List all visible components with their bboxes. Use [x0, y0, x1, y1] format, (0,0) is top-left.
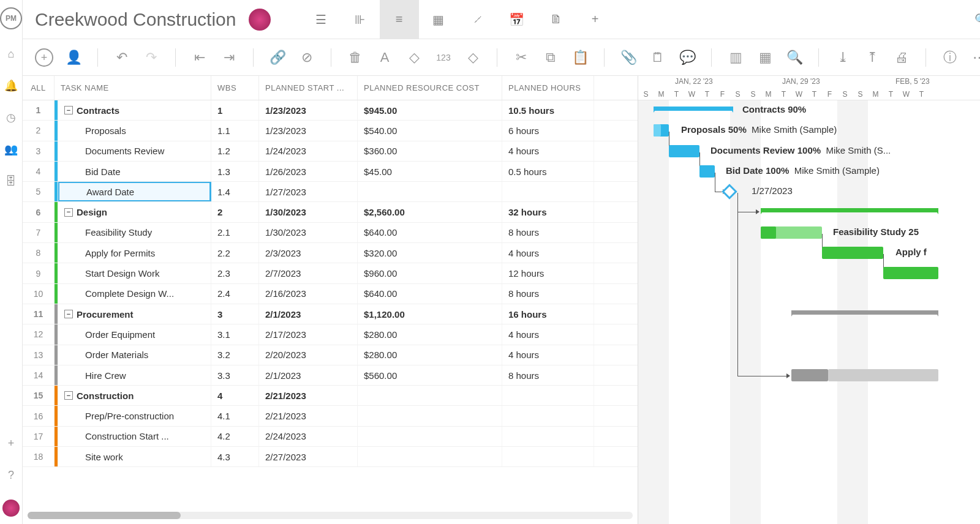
- expander-icon[interactable]: −: [64, 106, 73, 114]
- table-row[interactable]: 13 Order Materials 3.2 2/20/2023 $280.00…: [23, 345, 638, 365]
- people-icon[interactable]: 👥: [4, 142, 18, 157]
- task-name-cell[interactable]: Complete Design W...: [58, 284, 211, 304]
- start-cell[interactable]: 1/30/2023: [259, 202, 358, 222]
- wbs-cell[interactable]: 1.1: [211, 121, 259, 140]
- cost-cell[interactable]: $1,120.00: [358, 304, 502, 324]
- gantt-view-icon[interactable]: ≡: [380, 0, 419, 39]
- cost-cell[interactable]: $280.00: [358, 345, 502, 365]
- wbs-cell[interactable]: 2.4: [211, 284, 259, 304]
- home-icon[interactable]: ⌂: [4, 47, 18, 61]
- table-row[interactable]: 14 Hire Crew 3.3 2/1/2023 $560.00 8 hour…: [23, 365, 638, 386]
- columns-button[interactable]: ▥: [726, 48, 745, 67]
- start-cell[interactable]: 2/21/2023: [259, 406, 358, 425]
- wbs-cell[interactable]: 2.3: [211, 263, 259, 283]
- cost-cell[interactable]: $640.00: [358, 223, 502, 242]
- task-bar[interactable]: [699, 165, 715, 178]
- attach-button[interactable]: 📎: [619, 48, 638, 67]
- table-row[interactable]: 3 Documents Review 1.2 1/24/2023 $360.00…: [23, 141, 638, 162]
- table-row[interactable]: 15 − Construction 4 2/21/2023: [23, 386, 638, 406]
- task-name-cell[interactable]: Construction Start ...: [58, 427, 211, 446]
- redo-button[interactable]: ↷: [142, 48, 160, 67]
- wbs-cell[interactable]: 1.3: [211, 162, 259, 181]
- hours-cell[interactable]: 4 hours: [502, 141, 594, 161]
- table-row[interactable]: 8 Apply for Permits 2.2 2/3/2023 $320.00…: [23, 243, 638, 263]
- wbs-cell[interactable]: 2.2: [211, 243, 259, 263]
- hours-cell[interactable]: [502, 427, 594, 446]
- start-cell[interactable]: 1/30/2023: [259, 223, 358, 242]
- table-row[interactable]: 10 Complete Design W... 2.4 2/16/2023 $6…: [23, 284, 638, 304]
- task-name-cell[interactable]: Award Date: [58, 182, 211, 201]
- wbs-cell[interactable]: 4.1: [211, 406, 259, 425]
- start-cell[interactable]: 1/26/2023: [259, 162, 358, 181]
- wbs-cell[interactable]: 2: [211, 202, 259, 222]
- wbs-cell[interactable]: 1.4: [211, 182, 259, 201]
- task-name-cell[interactable]: Order Materials: [58, 345, 211, 365]
- percent-button[interactable]: 123: [434, 48, 453, 67]
- list-view-icon[interactable]: ☰: [301, 0, 341, 39]
- task-bar[interactable]: [822, 247, 883, 259]
- hours-cell[interactable]: 16 hours: [502, 304, 594, 324]
- expander-icon[interactable]: −: [64, 310, 73, 318]
- start-cell[interactable]: 2/20/2023: [259, 345, 358, 365]
- task-name-cell[interactable]: Proposals: [58, 121, 211, 140]
- milestone-button[interactable]: ◇: [464, 48, 482, 67]
- hours-cell[interactable]: [502, 447, 594, 466]
- task-bar[interactable]: [883, 267, 938, 279]
- expander-icon[interactable]: −: [64, 208, 73, 217]
- hours-cell[interactable]: [502, 406, 594, 425]
- hours-cell[interactable]: 4 hours: [502, 243, 594, 263]
- cost-cell[interactable]: [358, 406, 502, 425]
- table-row[interactable]: 16 Prep/Pre-construction 4.1 2/21/2023: [23, 406, 638, 426]
- wbs-cell[interactable]: 3.2: [211, 345, 259, 365]
- wbs-cell[interactable]: 4: [211, 386, 259, 405]
- logo[interactable]: PM: [0, 7, 22, 29]
- table-row[interactable]: 17 Construction Start ... 4.2 2/24/2023: [23, 427, 638, 447]
- hours-cell[interactable]: 8 hours: [502, 365, 594, 385]
- gantt-body[interactable]: Contracts 90% Proposals 50% Mike Smith (…: [638, 100, 980, 524]
- add-view-icon[interactable]: +: [576, 0, 615, 39]
- task-name-cell[interactable]: Order Equipment: [58, 324, 211, 344]
- start-cell[interactable]: 2/1/2023: [259, 304, 358, 324]
- task-name-cell[interactable]: − Contracts: [58, 100, 211, 120]
- paste-button[interactable]: 📋: [571, 48, 589, 67]
- milestone-icon[interactable]: [722, 184, 737, 199]
- task-bar[interactable]: [828, 369, 938, 381]
- start-cell[interactable]: 2/1/2023: [259, 365, 358, 385]
- wbs-cell[interactable]: 3.3: [211, 365, 259, 385]
- undo-button[interactable]: ↶: [113, 48, 131, 67]
- font-button[interactable]: A: [375, 48, 394, 67]
- wbs-cell[interactable]: 4.2: [211, 427, 259, 446]
- cost-cell[interactable]: $560.00: [358, 365, 502, 385]
- board-view-icon[interactable]: ⊪: [341, 0, 380, 39]
- task-name-cell[interactable]: − Design: [58, 202, 211, 222]
- hours-cell[interactable]: 4 hours: [502, 324, 594, 344]
- task-bar[interactable]: [791, 369, 828, 381]
- expander-icon[interactable]: −: [64, 391, 73, 400]
- cost-cell[interactable]: $45.00: [358, 162, 502, 181]
- wbs-cell[interactable]: 1: [211, 100, 259, 120]
- cost-cell[interactable]: $540.00: [358, 121, 502, 140]
- col-all[interactable]: ALL: [23, 76, 55, 100]
- cost-cell[interactable]: [358, 447, 502, 466]
- add-icon[interactable]: +: [4, 436, 18, 451]
- zoom-button[interactable]: 🔍: [785, 48, 804, 67]
- start-cell[interactable]: 2/24/2023: [259, 427, 358, 446]
- notes-button[interactable]: 🗒: [649, 48, 667, 67]
- comment-button[interactable]: 💬: [678, 48, 696, 67]
- copy-button[interactable]: ⧉: [541, 48, 560, 67]
- bell-icon[interactable]: 🔔: [4, 78, 18, 93]
- print-button[interactable]: 🖨: [892, 48, 911, 67]
- wbs-cell[interactable]: 4.3: [211, 447, 259, 466]
- clock-icon[interactable]: ◷: [4, 110, 18, 125]
- col-cost[interactable]: PLANNED RESOURCE COST: [358, 76, 502, 100]
- start-cell[interactable]: 1/24/2023: [259, 141, 358, 161]
- sheet-view-icon[interactable]: ▦: [419, 0, 458, 39]
- hours-cell[interactable]: 0.5 hours: [502, 162, 594, 181]
- briefcase-icon[interactable]: 🗄: [4, 174, 18, 189]
- table-row[interactable]: 11 − Procurement 3 2/1/2023 $1,120.00 16…: [23, 304, 638, 324]
- table-row[interactable]: 1 − Contracts 1 1/23/2023 $945.00 10.5 h…: [23, 100, 638, 121]
- table-row[interactable]: 12 Order Equipment 3.1 2/17/2023 $280.00…: [23, 324, 638, 345]
- cost-cell[interactable]: $280.00: [358, 324, 502, 344]
- start-cell[interactable]: 2/16/2023: [259, 284, 358, 304]
- cost-cell[interactable]: $945.00: [358, 100, 502, 120]
